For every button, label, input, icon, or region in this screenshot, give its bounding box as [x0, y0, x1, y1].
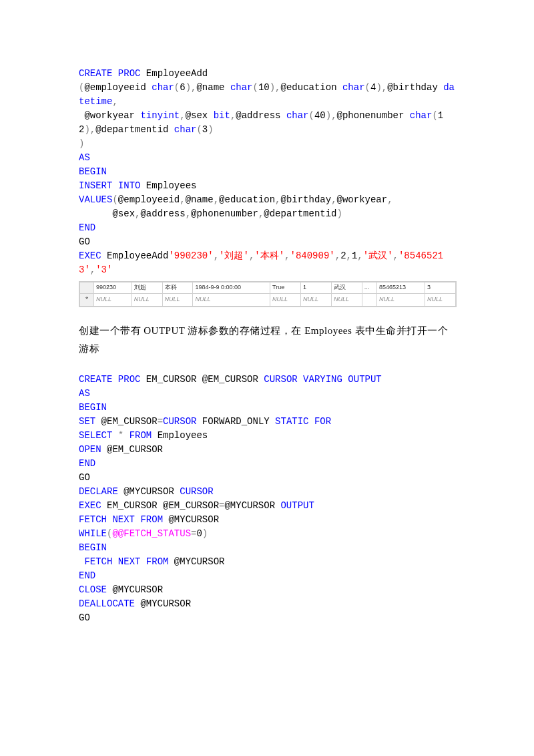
null-cell: NULL	[270, 293, 301, 307]
type: char	[174, 124, 197, 135]
keyword: CLOSE	[79, 584, 107, 595]
param: @phonenumber	[337, 110, 410, 121]
identifier: EmployeeAdd	[140, 68, 208, 79]
param: @name	[196, 82, 230, 93]
new-row-indicator: *	[80, 293, 94, 307]
result-table: 990230 刘超 本科 1984-9-9 0:00:00 True 1 武汉 …	[79, 282, 456, 307]
code-line: VALUES(@employeeid,@name,@education,@bir…	[79, 193, 455, 207]
keyword: END	[79, 458, 95, 469]
number: 6	[180, 82, 185, 93]
code-line: EXEC EM_CURSOR @EM_CURSOR=@MYCURSOR OUTP…	[79, 499, 455, 513]
keyword: FETCH	[79, 514, 107, 525]
punct: *	[112, 430, 123, 441]
string: '本科'	[254, 250, 284, 261]
type: char	[410, 110, 433, 121]
cell: 3	[425, 282, 455, 294]
punct: )	[337, 208, 342, 219]
punct: ,	[112, 96, 117, 107]
code-line: CREATE PROC EM_CURSOR @EM_CURSOR CURSOR …	[79, 373, 455, 387]
punct: ,	[393, 250, 398, 261]
param: @name	[186, 194, 214, 205]
string: '武汉'	[363, 250, 393, 261]
param: @birthday	[281, 194, 332, 205]
code-line: FETCH NEXT FROM @MYCURSOR	[79, 513, 455, 527]
punct: ,	[214, 194, 219, 205]
param: @workyear	[337, 194, 388, 205]
code-line: CREATE PROC EmployeeAdd	[79, 67, 455, 81]
code-line: (@employeeid char(6),@name char(10),@edu…	[79, 81, 455, 109]
punct: ,	[346, 250, 352, 261]
punct: )	[79, 138, 84, 149]
code-line: @workyear tinyint,@sex bit,@address char…	[79, 109, 455, 137]
type: char	[342, 82, 365, 93]
keyword: NEXT	[112, 556, 140, 567]
punct: ,	[275, 194, 280, 205]
function: @@FETCH_STATUS	[112, 528, 191, 539]
punct: ),	[186, 82, 197, 93]
punct: ,	[357, 250, 362, 261]
keyword: WHILE	[79, 528, 107, 539]
null-cell: NULL	[94, 293, 132, 307]
code-line: END	[79, 221, 455, 235]
code-line: GO	[79, 471, 455, 485]
null-cell: NULL	[162, 293, 193, 307]
keyword: EXEC	[79, 500, 101, 511]
punct: )	[208, 124, 213, 135]
keyword: PROC	[112, 374, 140, 385]
keyword: GO	[79, 236, 90, 247]
code-line: OPEN @EM_CURSOR	[79, 443, 455, 457]
param: @MYCURSOR	[224, 500, 280, 511]
keyword: OUTPUT	[342, 374, 382, 385]
string: '990230'	[168, 250, 213, 261]
keyword: BEGIN	[79, 166, 107, 177]
null-cell: NULL	[193, 293, 270, 307]
number: 3	[202, 124, 208, 135]
code-line: GO	[79, 611, 455, 625]
code-block-2: CREATE PROC EM_CURSOR @EM_CURSOR CURSOR …	[79, 373, 455, 625]
keyword: DEALLOCATE	[79, 598, 135, 609]
code-line: INSERT INTO Employees	[79, 179, 455, 193]
keyword: END	[79, 570, 95, 581]
param: @employeeid	[84, 82, 152, 93]
type: bit	[214, 110, 230, 121]
punct: ,	[180, 110, 185, 121]
punct: ,	[387, 194, 392, 205]
identifier: Employees	[140, 180, 196, 191]
param: @MYCURSOR	[118, 486, 180, 497]
keyword: GO	[79, 612, 90, 623]
param: @departmentid	[264, 208, 336, 219]
keyword: CURSOR	[264, 374, 297, 385]
punct: ,	[284, 250, 290, 261]
null-cell	[362, 293, 376, 307]
param: @EM_CURSOR	[101, 444, 163, 455]
keyword: EXEC	[79, 250, 101, 261]
punct: (	[174, 82, 180, 93]
param: @sex	[186, 110, 214, 121]
keyword: INTO	[112, 180, 140, 191]
keyword: FROM	[135, 514, 163, 525]
code-line: EXEC EmployeeAdd'990230','刘超','本科','8409…	[79, 249, 455, 277]
param: @sex	[79, 208, 135, 219]
param: @education	[281, 82, 342, 93]
type: char	[152, 82, 174, 93]
keyword: VALUES	[79, 194, 112, 205]
cell: ...	[362, 282, 376, 294]
cell: 85465213	[377, 282, 425, 294]
type: char	[230, 82, 253, 93]
punct: (	[196, 124, 202, 135]
keyword: FETCH	[79, 556, 112, 567]
document-page: CREATE PROC EmployeeAdd (@employeeid cha…	[0, 0, 534, 652]
code-line: AS	[79, 387, 455, 401]
null-cell: NULL	[300, 293, 331, 307]
section-heading: 创建一个带有 OUTPUT 游标参数的存储过程，在 Employees 表中生命…	[79, 322, 455, 358]
code-line: END	[79, 569, 455, 583]
identifier: FORWARD_ONLY	[196, 416, 275, 427]
punct: ,	[214, 250, 219, 261]
param: @workyear	[79, 110, 140, 121]
code-line: GO	[79, 235, 455, 249]
cell: 1	[300, 282, 331, 294]
punct: (	[112, 194, 117, 205]
identifier: EM_CURSOR @EM_CURSOR	[140, 374, 264, 385]
identifier: EM_CURSOR @EM_CURSOR	[101, 500, 219, 511]
param: @MYCURSOR	[163, 514, 219, 525]
